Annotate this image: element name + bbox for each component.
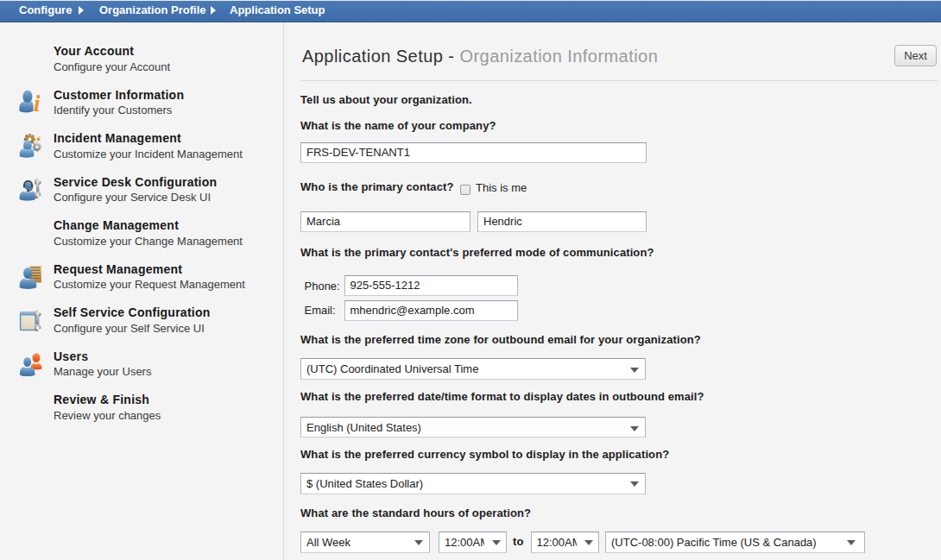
svg-text:i: i (34, 91, 41, 115)
